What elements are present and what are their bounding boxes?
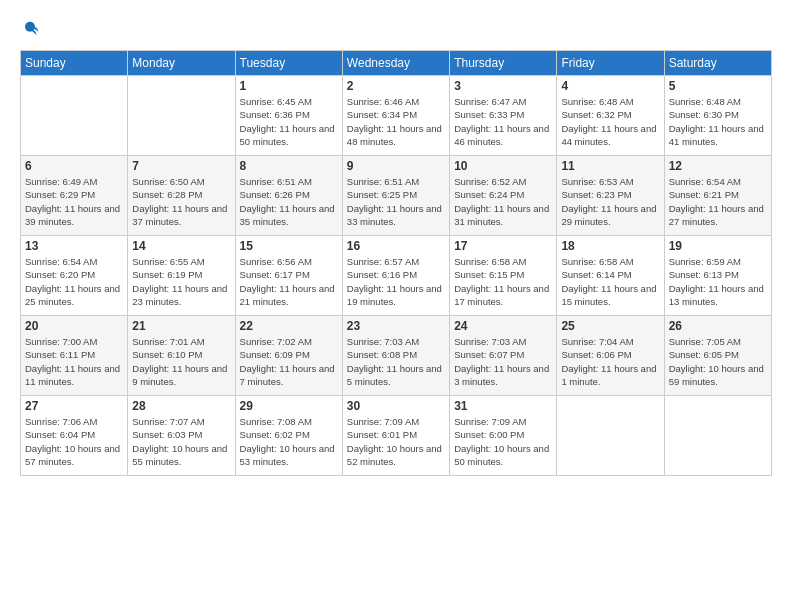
day-info: Sunrise: 7:04 AM Sunset: 6:06 PM Dayligh… [561, 335, 659, 388]
day-number: 14 [132, 239, 230, 253]
day-info: Sunrise: 6:55 AM Sunset: 6:19 PM Dayligh… [132, 255, 230, 308]
day-number: 25 [561, 319, 659, 333]
day-number: 2 [347, 79, 445, 93]
calendar-day-cell: 11Sunrise: 6:53 AM Sunset: 6:23 PM Dayli… [557, 156, 664, 236]
calendar-week-row: 27Sunrise: 7:06 AM Sunset: 6:04 PM Dayli… [21, 396, 772, 476]
calendar-day-cell: 19Sunrise: 6:59 AM Sunset: 6:13 PM Dayli… [664, 236, 771, 316]
weekday-header: Tuesday [235, 51, 342, 76]
calendar-day-cell: 22Sunrise: 7:02 AM Sunset: 6:09 PM Dayli… [235, 316, 342, 396]
day-number: 11 [561, 159, 659, 173]
calendar-day-cell: 10Sunrise: 6:52 AM Sunset: 6:24 PM Dayli… [450, 156, 557, 236]
weekday-header: Wednesday [342, 51, 449, 76]
day-number: 21 [132, 319, 230, 333]
calendar-day-cell: 8Sunrise: 6:51 AM Sunset: 6:26 PM Daylig… [235, 156, 342, 236]
weekday-header: Thursday [450, 51, 557, 76]
day-number: 7 [132, 159, 230, 173]
day-info: Sunrise: 7:06 AM Sunset: 6:04 PM Dayligh… [25, 415, 123, 468]
calendar-day-cell [557, 396, 664, 476]
weekday-header: Saturday [664, 51, 771, 76]
calendar-week-row: 20Sunrise: 7:00 AM Sunset: 6:11 PM Dayli… [21, 316, 772, 396]
calendar-day-cell: 17Sunrise: 6:58 AM Sunset: 6:15 PM Dayli… [450, 236, 557, 316]
calendar-day-cell: 14Sunrise: 6:55 AM Sunset: 6:19 PM Dayli… [128, 236, 235, 316]
day-info: Sunrise: 6:47 AM Sunset: 6:33 PM Dayligh… [454, 95, 552, 148]
calendar-day-cell: 16Sunrise: 6:57 AM Sunset: 6:16 PM Dayli… [342, 236, 449, 316]
day-number: 18 [561, 239, 659, 253]
day-info: Sunrise: 7:05 AM Sunset: 6:05 PM Dayligh… [669, 335, 767, 388]
calendar-day-cell: 2Sunrise: 6:46 AM Sunset: 6:34 PM Daylig… [342, 76, 449, 156]
calendar-day-cell: 7Sunrise: 6:50 AM Sunset: 6:28 PM Daylig… [128, 156, 235, 236]
day-info: Sunrise: 7:02 AM Sunset: 6:09 PM Dayligh… [240, 335, 338, 388]
calendar-day-cell: 31Sunrise: 7:09 AM Sunset: 6:00 PM Dayli… [450, 396, 557, 476]
day-info: Sunrise: 6:56 AM Sunset: 6:17 PM Dayligh… [240, 255, 338, 308]
day-number: 8 [240, 159, 338, 173]
day-info: Sunrise: 6:58 AM Sunset: 6:15 PM Dayligh… [454, 255, 552, 308]
day-number: 28 [132, 399, 230, 413]
logo-icon [20, 20, 40, 40]
calendar-day-cell: 6Sunrise: 6:49 AM Sunset: 6:29 PM Daylig… [21, 156, 128, 236]
day-number: 26 [669, 319, 767, 333]
calendar-week-row: 6Sunrise: 6:49 AM Sunset: 6:29 PM Daylig… [21, 156, 772, 236]
day-info: Sunrise: 7:03 AM Sunset: 6:08 PM Dayligh… [347, 335, 445, 388]
calendar-day-cell: 9Sunrise: 6:51 AM Sunset: 6:25 PM Daylig… [342, 156, 449, 236]
day-number: 12 [669, 159, 767, 173]
day-info: Sunrise: 7:08 AM Sunset: 6:02 PM Dayligh… [240, 415, 338, 468]
day-number: 10 [454, 159, 552, 173]
day-info: Sunrise: 6:51 AM Sunset: 6:26 PM Dayligh… [240, 175, 338, 228]
calendar-day-cell: 20Sunrise: 7:00 AM Sunset: 6:11 PM Dayli… [21, 316, 128, 396]
day-number: 30 [347, 399, 445, 413]
day-number: 3 [454, 79, 552, 93]
day-number: 16 [347, 239, 445, 253]
day-info: Sunrise: 6:45 AM Sunset: 6:36 PM Dayligh… [240, 95, 338, 148]
day-info: Sunrise: 6:53 AM Sunset: 6:23 PM Dayligh… [561, 175, 659, 228]
calendar-day-cell: 27Sunrise: 7:06 AM Sunset: 6:04 PM Dayli… [21, 396, 128, 476]
weekday-header: Sunday [21, 51, 128, 76]
day-info: Sunrise: 7:07 AM Sunset: 6:03 PM Dayligh… [132, 415, 230, 468]
day-number: 5 [669, 79, 767, 93]
calendar-header-row: SundayMondayTuesdayWednesdayThursdayFrid… [21, 51, 772, 76]
calendar-day-cell: 3Sunrise: 6:47 AM Sunset: 6:33 PM Daylig… [450, 76, 557, 156]
day-info: Sunrise: 6:46 AM Sunset: 6:34 PM Dayligh… [347, 95, 445, 148]
calendar-day-cell: 15Sunrise: 6:56 AM Sunset: 6:17 PM Dayli… [235, 236, 342, 316]
day-info: Sunrise: 6:57 AM Sunset: 6:16 PM Dayligh… [347, 255, 445, 308]
day-number: 6 [25, 159, 123, 173]
day-number: 17 [454, 239, 552, 253]
day-info: Sunrise: 6:49 AM Sunset: 6:29 PM Dayligh… [25, 175, 123, 228]
calendar-day-cell: 4Sunrise: 6:48 AM Sunset: 6:32 PM Daylig… [557, 76, 664, 156]
day-number: 15 [240, 239, 338, 253]
logo [20, 20, 44, 40]
day-number: 23 [347, 319, 445, 333]
day-number: 24 [454, 319, 552, 333]
calendar-day-cell: 12Sunrise: 6:54 AM Sunset: 6:21 PM Dayli… [664, 156, 771, 236]
day-info: Sunrise: 6:58 AM Sunset: 6:14 PM Dayligh… [561, 255, 659, 308]
calendar-day-cell: 26Sunrise: 7:05 AM Sunset: 6:05 PM Dayli… [664, 316, 771, 396]
day-number: 19 [669, 239, 767, 253]
day-number: 27 [25, 399, 123, 413]
calendar-week-row: 1Sunrise: 6:45 AM Sunset: 6:36 PM Daylig… [21, 76, 772, 156]
day-number: 29 [240, 399, 338, 413]
day-number: 13 [25, 239, 123, 253]
day-info: Sunrise: 7:01 AM Sunset: 6:10 PM Dayligh… [132, 335, 230, 388]
day-info: Sunrise: 6:48 AM Sunset: 6:32 PM Dayligh… [561, 95, 659, 148]
day-info: Sunrise: 7:00 AM Sunset: 6:11 PM Dayligh… [25, 335, 123, 388]
calendar-day-cell: 25Sunrise: 7:04 AM Sunset: 6:06 PM Dayli… [557, 316, 664, 396]
day-number: 20 [25, 319, 123, 333]
day-info: Sunrise: 6:54 AM Sunset: 6:21 PM Dayligh… [669, 175, 767, 228]
day-number: 31 [454, 399, 552, 413]
day-info: Sunrise: 7:09 AM Sunset: 6:00 PM Dayligh… [454, 415, 552, 468]
calendar-week-row: 13Sunrise: 6:54 AM Sunset: 6:20 PM Dayli… [21, 236, 772, 316]
calendar-day-cell: 1Sunrise: 6:45 AM Sunset: 6:36 PM Daylig… [235, 76, 342, 156]
calendar-day-cell [21, 76, 128, 156]
calendar-day-cell: 5Sunrise: 6:48 AM Sunset: 6:30 PM Daylig… [664, 76, 771, 156]
day-number: 4 [561, 79, 659, 93]
calendar-day-cell: 30Sunrise: 7:09 AM Sunset: 6:01 PM Dayli… [342, 396, 449, 476]
calendar-table: SundayMondayTuesdayWednesdayThursdayFrid… [20, 50, 772, 476]
calendar-day-cell: 21Sunrise: 7:01 AM Sunset: 6:10 PM Dayli… [128, 316, 235, 396]
calendar-day-cell: 13Sunrise: 6:54 AM Sunset: 6:20 PM Dayli… [21, 236, 128, 316]
page-header [20, 20, 772, 40]
calendar-day-cell: 24Sunrise: 7:03 AM Sunset: 6:07 PM Dayli… [450, 316, 557, 396]
calendar-day-cell [664, 396, 771, 476]
weekday-header: Monday [128, 51, 235, 76]
calendar-day-cell: 29Sunrise: 7:08 AM Sunset: 6:02 PM Dayli… [235, 396, 342, 476]
day-info: Sunrise: 7:03 AM Sunset: 6:07 PM Dayligh… [454, 335, 552, 388]
day-info: Sunrise: 6:54 AM Sunset: 6:20 PM Dayligh… [25, 255, 123, 308]
